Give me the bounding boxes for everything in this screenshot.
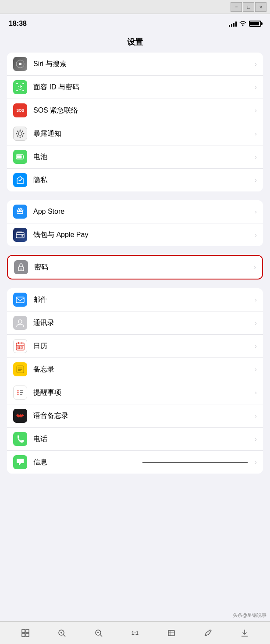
svg-point-16 — [22, 135, 23, 137]
svg-text:日历: 日历 — [17, 346, 24, 349]
restore-button[interactable]: □ — [243, 2, 254, 12]
settings-item-sos[interactable]: SOS SOS 紧急联络 › — [7, 99, 263, 122]
svg-rect-24 — [21, 235, 23, 237]
phone-icon — [13, 432, 27, 446]
title-bar: － □ × — [0, 0, 270, 14]
messages-icon — [13, 455, 27, 469]
mail-chevron: › — [255, 296, 257, 303]
settings-item-phone[interactable]: 电话 › — [7, 428, 263, 451]
sos-chevron: › — [255, 107, 257, 114]
appstore-chevron: › — [255, 208, 257, 215]
settings-item-notes[interactable]: 备忘录 › — [7, 358, 263, 381]
wifi-icon — [239, 20, 246, 28]
svg-rect-45 — [22, 630, 25, 633]
edit-button[interactable] — [201, 626, 215, 640]
zoom-in-button[interactable] — [55, 626, 69, 640]
reminders-chevron: › — [255, 389, 257, 396]
settings-item-siri[interactable]: Siri 与搜索 › — [7, 53, 263, 76]
page-title: 设置 — [127, 38, 143, 46]
settings-list: Siri 与搜索 › — [0, 53, 270, 621]
svg-rect-46 — [26, 630, 29, 633]
contacts-label: 通讯录 — [33, 318, 251, 328]
window-button[interactable] — [164, 626, 178, 640]
privacy-chevron: › — [255, 177, 257, 184]
voice-chevron: › — [255, 412, 257, 419]
status-bar: 18:38 — [0, 14, 270, 33]
siri-label: Siri 与搜索 — [33, 60, 251, 69]
settings-item-appstore[interactable]: App Store › — [7, 200, 263, 223]
passwords-chevron: › — [254, 264, 256, 271]
settings-item-messages[interactable]: 信息 › — [7, 451, 263, 474]
svg-point-29 — [18, 320, 22, 323]
svg-rect-5 — [16, 90, 18, 91]
svg-rect-25 — [17, 231, 22, 233]
settings-item-voice[interactable]: 语音备忘录 › — [7, 404, 263, 428]
reminders-icon — [13, 386, 27, 400]
svg-line-52 — [64, 634, 66, 637]
grid-button[interactable] — [18, 626, 32, 640]
watermark: 头条@星锅说事 — [233, 612, 266, 619]
settings-item-calendar[interactable]: 日历 日历 › — [7, 335, 263, 358]
settings-group-2: App Store › 钱包与 Apple Pay › — [7, 200, 263, 246]
svg-point-39 — [18, 390, 19, 392]
reminders-label: 提醒事项 — [33, 388, 251, 397]
svg-point-18 — [22, 131, 23, 132]
settings-item-privacy[interactable]: 隐私 › — [7, 169, 263, 191]
settings-item-passwords[interactable]: 密码 › — [8, 256, 262, 279]
notes-icon — [13, 362, 27, 376]
settings-group-passwords: 密码 › — [7, 255, 263, 280]
svg-point-17 — [17, 135, 18, 137]
minimize-button[interactable]: － — [231, 2, 242, 12]
svg-point-40 — [18, 392, 19, 393]
privacy-icon — [13, 173, 27, 187]
contacts-icon — [13, 316, 27, 330]
settings-item-contacts[interactable]: 通讯录 › — [7, 311, 263, 335]
notes-chevron: › — [255, 366, 257, 373]
settings-item-faceid[interactable]: 面容 ID 与密码 › — [7, 76, 263, 99]
contacts-chevron: › — [255, 319, 257, 326]
svg-rect-3 — [16, 83, 18, 84]
svg-point-0 — [242, 25, 244, 26]
exposure-label: 暴露通知 — [33, 129, 251, 138]
close-button[interactable]: × — [255, 2, 266, 12]
settings-group-4: 邮件 › 通讯录 › — [7, 288, 263, 474]
settings-item-reminders[interactable]: 提醒事项 › — [7, 381, 263, 404]
actual-size-button[interactable]: 1:1 — [128, 626, 142, 640]
exposure-icon — [13, 127, 27, 141]
exposure-chevron: › — [255, 130, 257, 137]
download-button[interactable] — [238, 626, 252, 640]
calendar-icon: 日历 — [13, 339, 27, 353]
messages-underline — [142, 462, 248, 463]
window-frame: － □ × 18:38 — [0, 0, 270, 644]
settings-item-mail[interactable]: 邮件 › — [7, 288, 263, 311]
phone-chevron: › — [255, 435, 257, 442]
calendar-label: 日历 — [33, 342, 251, 351]
svg-point-12 — [20, 137, 21, 138]
svg-point-14 — [23, 133, 25, 134]
siri-chevron: › — [255, 60, 257, 67]
svg-point-13 — [16, 133, 18, 134]
settings-item-exposure[interactable]: 暴露通知 › — [7, 122, 263, 145]
status-time: 18:38 — [9, 20, 27, 28]
bottom-toolbar: 1:1 — [0, 621, 270, 644]
voice-label: 语音备忘录 — [33, 411, 251, 421]
svg-rect-20 — [23, 156, 24, 158]
zoom-out-button[interactable] — [92, 626, 106, 640]
passwords-label: 密码 — [34, 263, 250, 272]
svg-point-9 — [21, 86, 22, 87]
mail-label: 邮件 — [33, 295, 251, 304]
faceid-label: 面容 ID 与密码 — [33, 83, 251, 92]
calendar-chevron: › — [255, 343, 257, 350]
appstore-label: App Store — [33, 208, 251, 216]
wallet-chevron: › — [255, 231, 257, 238]
sos-icon: SOS — [13, 103, 27, 117]
svg-rect-56 — [168, 630, 174, 636]
settings-item-battery[interactable]: 电池 › — [7, 145, 263, 169]
settings-item-wallet[interactable]: 钱包与 Apple Pay › — [7, 223, 263, 246]
phone-screen: 18:38 — [0, 14, 270, 644]
voice-memo-icon — [13, 409, 27, 423]
messages-label: 信息 — [33, 458, 139, 467]
mail-icon — [13, 293, 27, 307]
svg-rect-28 — [16, 297, 24, 303]
status-icons — [229, 20, 261, 28]
